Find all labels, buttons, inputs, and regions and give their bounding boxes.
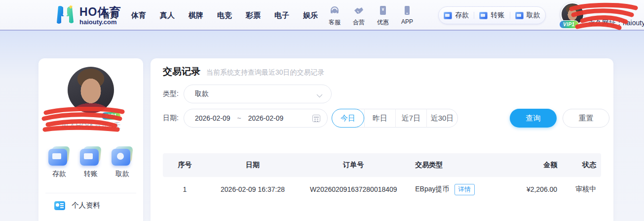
calendar-icon (312, 115, 320, 122)
type-label: 类型: (163, 89, 179, 98)
search-button[interactable]: 查询 (510, 109, 557, 128)
promotions-button[interactable]: ¥ 优惠 (374, 4, 392, 27)
cell-type: EBpay提币详情 (408, 177, 496, 202)
quick-icons: 客服 合营 ¥ 优惠 APP (326, 4, 416, 27)
type-select-value: 取款 (195, 89, 209, 98)
header-status: 状态 (557, 153, 601, 177)
nav-item-entertainment[interactable]: 娱乐 (301, 9, 320, 22)
nav-item-sports[interactable]: 体育 (129, 9, 148, 22)
id-card-icon (54, 201, 65, 210)
nav-item-slots[interactable]: 电子 (272, 9, 291, 22)
quick-range-group: 今日 昨日 近7日 近30日 (332, 109, 458, 128)
handshake-icon (352, 4, 365, 17)
date-to-value: 2026-02-09 (248, 114, 284, 122)
date-filter-row: 日期: 2026-02-09 ~ 2026-02-09 (163, 109, 328, 128)
table-header-row: 序号 日期 订单号 交易类型 金额 状态 (163, 153, 601, 177)
customer-service-button[interactable]: 客服 (326, 4, 343, 27)
reset-button[interactable]: 重置 (563, 109, 609, 128)
app-download-button[interactable]: APP (398, 4, 416, 27)
type-filter-row: 类型: 取款 (163, 85, 332, 103)
top-navbar: HO体育 haiouty.com 首页 体育 真人 棋牌 电竞 彩票 电子 娱乐… (0, 0, 644, 31)
header-amount: 金额 (496, 153, 557, 177)
title-row: 交易记录 当前系统支持查询最近30日的交易记录 (163, 65, 325, 78)
chevron-down-icon (317, 92, 322, 97)
sidebar-transfer-button[interactable]: 转账 (80, 146, 102, 178)
quick-icon-label: 客服 (329, 18, 341, 27)
divider (45, 193, 136, 193)
logo-icon (55, 4, 75, 27)
transfer-icon (80, 146, 102, 166)
cell-date: 2026-02-09 16:37:28 (207, 177, 299, 202)
coupon-icon: ¥ (377, 4, 389, 17)
nav-item-lottery[interactable]: 彩票 (244, 9, 263, 22)
transactions-table: 序号 日期 订单号 交易类型 金额 状态 1 2026-02-09 16:37:… (163, 153, 601, 202)
quick-icon-label: 合营 (353, 18, 365, 27)
transfer-icon (479, 12, 488, 19)
deposit-label: 存款 (455, 11, 469, 20)
divider (510, 12, 510, 19)
range-today-button[interactable]: 今日 (332, 109, 364, 128)
cell-order-no: W202602091637280018409 (299, 177, 408, 202)
deposit-button[interactable]: 存款 (444, 11, 469, 20)
main-nav: 首页 体育 真人 棋牌 电竞 彩票 电子 娱乐 (101, 0, 320, 31)
vip-badge: VIP1 (559, 20, 579, 29)
sidebar-wallet-actions: 存款 转账 取款 (38, 146, 143, 178)
quick-icon-label: APP (401, 18, 413, 25)
withdraw-icon (112, 146, 133, 166)
transaction-records-panel: 交易记录 当前系统支持查询最近30日的交易记录 类型: 取款 日期: 2026-… (151, 58, 613, 221)
sidebar-item-profile[interactable]: 个人资料 (54, 201, 100, 210)
header-date: 日期 (207, 153, 299, 177)
transfer-label: 转账 (84, 170, 98, 178)
profile-sidebar: VIP1 加入HO体育第8天 存款 转账 取款 个人资料 (38, 58, 143, 221)
wallet-actions-bar: 存款 转账 取款 (438, 6, 546, 24)
cell-amount: ¥2,206.00 (496, 177, 557, 202)
date-separator: ~ (237, 114, 241, 122)
type-select[interactable]: 取款 (184, 85, 332, 103)
headset-icon (328, 4, 341, 17)
cell-status: 审核中 (557, 177, 601, 202)
sidebar-deposit-button[interactable]: 存款 (48, 146, 70, 178)
table-row: 1 2026-02-09 16:37:28 W20260209163728001… (163, 177, 601, 202)
permanent-url: 永久网址：haiouty.com (588, 19, 644, 28)
nav-item-chess[interactable]: 棋牌 (187, 9, 205, 22)
nav-item-home[interactable]: 首页 (101, 9, 119, 22)
date-from-value: 2026-02-09 (195, 114, 230, 122)
detail-button[interactable]: 详情 (455, 184, 475, 195)
transaction-type: EBpay提币 (415, 185, 449, 193)
date-label: 日期: (163, 114, 179, 123)
range-yesterday-button[interactable]: 昨日 (364, 109, 395, 128)
avatar[interactable] (68, 67, 114, 113)
deposit-label: 存款 (52, 170, 66, 178)
join-days-text: 加入HO体育第8天 (38, 121, 143, 131)
withdraw-label: 取款 (115, 170, 129, 178)
cell-index: 1 (163, 177, 207, 202)
quick-icon-label: 优惠 (377, 18, 389, 27)
partnership-button[interactable]: 合营 (350, 4, 368, 27)
deposit-icon (444, 12, 452, 19)
header-type: 交易类型 (408, 153, 496, 177)
nav-item-esports[interactable]: 电竞 (215, 9, 234, 22)
header-index: 序号 (163, 153, 207, 177)
vip-badge: VIP1 (101, 112, 121, 120)
profile-link-label: 个人资料 (72, 201, 100, 210)
deposit-icon (48, 146, 70, 166)
header-order-no: 订单号 (299, 153, 408, 177)
withdraw-button[interactable]: 取款 (515, 11, 540, 20)
withdraw-icon (515, 12, 524, 19)
divider (474, 12, 474, 19)
range-30days-button[interactable]: 近30日 (426, 109, 457, 128)
date-range-input[interactable]: 2026-02-09 ~ 2026-02-09 (184, 109, 328, 128)
page-title: 交易记录 (163, 65, 200, 78)
sidebar-withdraw-button[interactable]: 取款 (112, 146, 133, 178)
transfer-label: 转账 (491, 11, 504, 20)
withdraw-label: 取款 (527, 11, 540, 20)
transfer-button[interactable]: 转账 (479, 11, 504, 20)
nav-item-live[interactable]: 真人 (158, 9, 177, 22)
svg-text:¥: ¥ (381, 7, 384, 12)
page-subtitle: 当前系统支持查询最近30日的交易记录 (206, 68, 325, 77)
range-7days-button[interactable]: 近7日 (395, 109, 426, 128)
phone-icon (401, 4, 414, 17)
